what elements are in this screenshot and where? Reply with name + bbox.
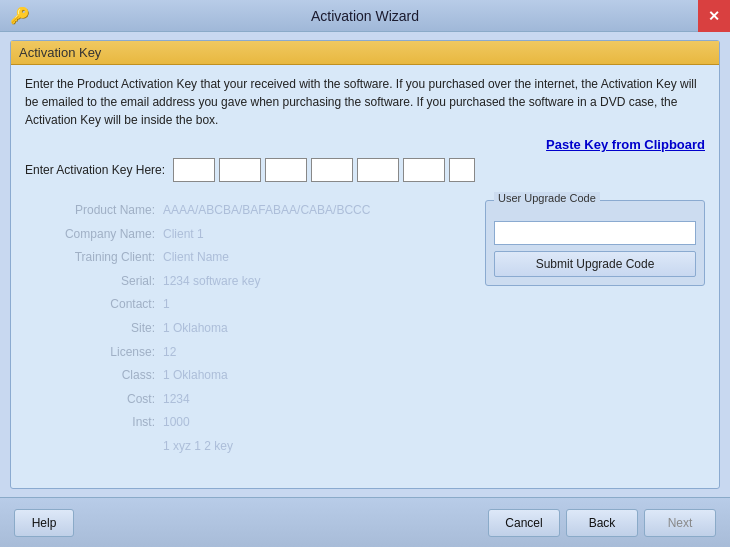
info-row: Cost: 1234 [25,389,475,411]
help-button[interactable]: Help [14,509,74,537]
key-field-7[interactable] [449,158,475,182]
info-row: Contact: 1 [25,294,475,316]
upgrade-code-box: User Upgrade Code Submit Upgrade Code [485,200,705,286]
title-bar-title: Activation Wizard [311,8,419,24]
info-row: Inst: 1000 [25,412,475,434]
info-row: Company Name: Client 1 [25,224,475,246]
section-box: Activation Key Enter the Product Activat… [10,40,720,489]
back-button[interactable]: Back [566,509,638,537]
section-content: Enter the Product Activation Key that yo… [11,65,719,484]
key-entry-label: Enter Activation Key Here: [25,163,165,177]
title-bar-icon: 🔑 [10,6,30,25]
info-row: Serial: 1234 software key [25,271,475,293]
key-field-5[interactable] [357,158,399,182]
lower-area: Product Name: AAAA/ABCBA/BAFABAA/CABA/BC… [25,196,705,475]
key-field-2[interactable] [219,158,261,182]
next-button[interactable]: Next [644,509,716,537]
key-field-4[interactable] [311,158,353,182]
description-text: Enter the Product Activation Key that yo… [25,75,705,129]
info-row: Class: 1 Oklahoma [25,365,475,387]
key-entry-row: Enter Activation Key Here: [25,158,705,182]
info-row: Training Client: Client Name [25,247,475,269]
key-field-3[interactable] [265,158,307,182]
upgrade-code-legend: User Upgrade Code [494,192,600,204]
title-bar: 🔑 Activation Wizard ✕ [0,0,730,32]
info-panel: Product Name: AAAA/ABCBA/BAFABAA/CABA/BC… [25,196,475,475]
info-row: License: 12 [25,342,475,364]
key-field-1[interactable] [173,158,215,182]
key-field-6[interactable] [403,158,445,182]
section-header: Activation Key [11,41,719,65]
upgrade-code-input[interactable] [494,221,696,245]
key-fields [173,158,475,182]
footer-left: Help [14,509,488,537]
info-row: Product Name: AAAA/ABCBA/BAFABAA/CABA/BC… [25,200,475,222]
main-area: Activation Key Enter the Product Activat… [0,32,730,497]
paste-key-link[interactable]: Paste Key from Clipboard [546,137,705,152]
footer: Help Cancel Back Next [0,497,730,547]
close-button[interactable]: ✕ [698,0,730,32]
info-row: 1 xyz 1 2 key [25,436,475,458]
submit-upgrade-button[interactable]: Submit Upgrade Code [494,251,696,277]
footer-right: Cancel Back Next [488,509,716,537]
info-row: Site: 1 Oklahoma [25,318,475,340]
cancel-button[interactable]: Cancel [488,509,560,537]
